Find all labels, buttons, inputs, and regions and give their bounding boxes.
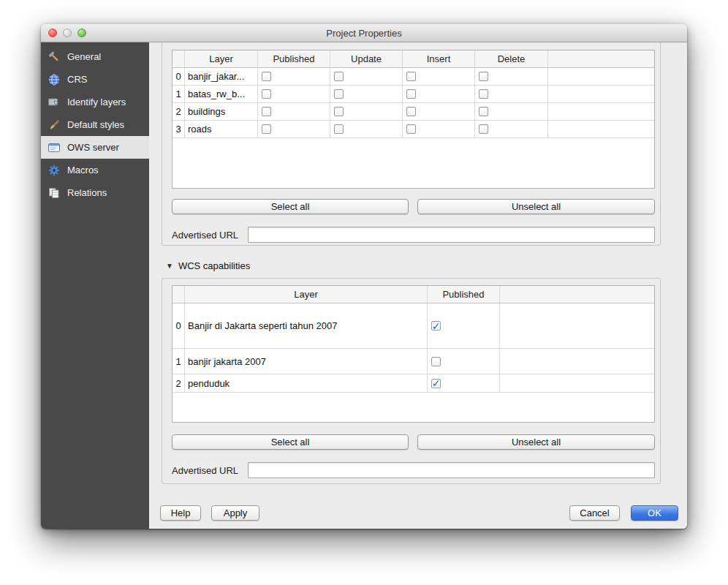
column-header-layer[interactable]: Layer bbox=[185, 50, 258, 67]
published-checkbox[interactable] bbox=[262, 124, 271, 134]
published-cell bbox=[258, 68, 330, 85]
published-checkbox[interactable] bbox=[262, 72, 271, 81]
delete-cell bbox=[475, 68, 548, 85]
layer-name-cell: roads bbox=[185, 121, 258, 137]
wfs-unselect-all-button[interactable]: Unselect all bbox=[417, 199, 655, 214]
sidebar-item-default-styles[interactable]: Default styles bbox=[41, 113, 149, 136]
insert-checkbox[interactable] bbox=[406, 107, 416, 116]
update-cell bbox=[330, 103, 403, 120]
screenshot: Project Properties General CRS bbox=[0, 0, 728, 585]
server-icon bbox=[47, 140, 61, 155]
table-row[interactable]: 1 banjir jakarta 2007 bbox=[172, 349, 654, 374]
apply-button[interactable]: Apply bbox=[211, 505, 259, 521]
wcs-select-all-button[interactable]: Select all bbox=[172, 434, 409, 450]
gear-icon bbox=[47, 163, 61, 178]
insert-checkbox[interactable] bbox=[406, 72, 416, 81]
sidebar-item-macros[interactable]: Macros bbox=[41, 159, 149, 181]
wcs-unselect-all-button[interactable]: Unselect all bbox=[417, 434, 655, 450]
published-cell: ✓ bbox=[428, 303, 500, 348]
minimize-button[interactable] bbox=[63, 29, 72, 37]
layer-name-cell: penduduk bbox=[185, 374, 428, 392]
wcs-section-title: WCS capabilities bbox=[178, 260, 250, 271]
table-row[interactable]: 3 roads bbox=[172, 121, 654, 138]
table-row[interactable]: 2 penduduk ✓ bbox=[172, 374, 654, 393]
wrench-icon bbox=[47, 50, 61, 64]
delete-cell bbox=[475, 121, 548, 137]
delete-checkbox[interactable] bbox=[479, 124, 488, 134]
published-checkbox[interactable] bbox=[262, 89, 271, 99]
update-cell bbox=[330, 121, 403, 137]
update-checkbox[interactable] bbox=[334, 107, 344, 116]
table-row[interactable]: 0 banjir_jakar... bbox=[172, 68, 654, 86]
relations-icon bbox=[47, 186, 61, 200]
column-header-insert[interactable]: Insert bbox=[403, 50, 475, 67]
wcs-advertised-url-input[interactable] bbox=[248, 462, 655, 478]
row-index: 2 bbox=[172, 374, 185, 392]
update-checkbox[interactable] bbox=[334, 124, 344, 134]
update-cell bbox=[330, 68, 403, 85]
content-pane: Layer Published Update Insert Delete 0 b… bbox=[149, 42, 687, 529]
header-filler bbox=[500, 286, 654, 303]
update-checkbox[interactable] bbox=[334, 89, 344, 99]
window-body: General CRS Identify layers bbox=[41, 42, 687, 529]
wfs-layers-table: Layer Published Update Insert Delete 0 b… bbox=[172, 50, 655, 189]
table-row[interactable]: 2 buildings bbox=[172, 103, 654, 121]
wcs-section-header[interactable]: ▼ WCS capabilities bbox=[166, 260, 250, 271]
published-cell bbox=[258, 121, 330, 137]
sidebar-item-relations[interactable]: Relations bbox=[41, 181, 149, 204]
table-row[interactable]: 1 batas_rw_b... bbox=[172, 86, 654, 103]
sidebar-item-label: Relations bbox=[67, 187, 107, 198]
insert-checkbox[interactable] bbox=[406, 89, 416, 99]
wcs-table-header: Layer Published bbox=[172, 286, 654, 303]
column-header-layer[interactable]: Layer bbox=[185, 286, 428, 303]
sidebar-item-crs[interactable]: CRS bbox=[41, 68, 149, 91]
paintbrush-icon bbox=[47, 118, 61, 132]
row-index: 1 bbox=[172, 86, 185, 102]
insert-cell bbox=[403, 103, 475, 120]
close-button[interactable] bbox=[48, 29, 57, 37]
published-cell bbox=[428, 349, 500, 374]
help-button[interactable]: Help bbox=[160, 505, 201, 521]
table-row[interactable]: 0 Banjir di Jakarta seperti tahun 2007 ✓ bbox=[172, 303, 654, 349]
ok-button[interactable]: OK bbox=[631, 505, 678, 521]
header-filler bbox=[548, 50, 654, 67]
published-cell bbox=[258, 86, 330, 102]
sidebar-item-label: Macros bbox=[67, 165, 99, 176]
delete-checkbox[interactable] bbox=[479, 107, 488, 116]
wfs-advertised-url-input[interactable] bbox=[248, 227, 655, 243]
layer-name-cell: buildings bbox=[185, 103, 258, 120]
titlebar[interactable]: Project Properties bbox=[41, 24, 687, 42]
collapse-triangle-icon[interactable]: ▼ bbox=[166, 262, 173, 270]
delete-cell bbox=[475, 103, 548, 120]
published-checkbox[interactable]: ✓ bbox=[431, 379, 441, 388]
wfs-table-body: 0 banjir_jakar... 1 batas_rw_b... bbox=[172, 68, 654, 138]
sidebar-item-label: General bbox=[67, 51, 101, 62]
sidebar-item-identify-layers[interactable]: Identify layers bbox=[41, 91, 149, 113]
wcs-advertised-url-label: Advertised URL bbox=[172, 465, 238, 476]
zoom-button[interactable] bbox=[77, 29, 86, 37]
delete-cell bbox=[475, 86, 548, 102]
update-cell bbox=[330, 86, 403, 102]
sidebar-item-label: Identify layers bbox=[67, 97, 126, 107]
wcs-layers-table: Layer Published 0 Banjir di Jakarta sepe… bbox=[172, 285, 655, 423]
cancel-button[interactable]: Cancel bbox=[569, 505, 620, 521]
published-checkbox[interactable] bbox=[431, 357, 441, 366]
row-index: 2 bbox=[172, 103, 185, 120]
column-header-published[interactable]: Published bbox=[428, 286, 500, 303]
sidebar-item-general[interactable]: General bbox=[41, 45, 149, 68]
column-header-delete[interactable]: Delete bbox=[475, 50, 548, 67]
column-header-published[interactable]: Published bbox=[258, 50, 330, 67]
update-checkbox[interactable] bbox=[334, 72, 344, 81]
column-header-update[interactable]: Update bbox=[330, 50, 403, 67]
published-checkbox[interactable] bbox=[262, 107, 271, 116]
window-title: Project Properties bbox=[326, 28, 401, 39]
sidebar-item-label: CRS bbox=[67, 74, 87, 85]
wfs-select-all-button[interactable]: Select all bbox=[172, 199, 409, 214]
insert-checkbox[interactable] bbox=[406, 124, 416, 134]
sidebar-item-ows-server[interactable]: OWS server bbox=[41, 136, 149, 159]
delete-checkbox[interactable] bbox=[479, 72, 488, 81]
row-index: 0 bbox=[172, 68, 185, 85]
published-checkbox[interactable]: ✓ bbox=[431, 321, 441, 331]
layer-name-cell: banjir_jakar... bbox=[185, 68, 258, 85]
delete-checkbox[interactable] bbox=[479, 89, 488, 99]
